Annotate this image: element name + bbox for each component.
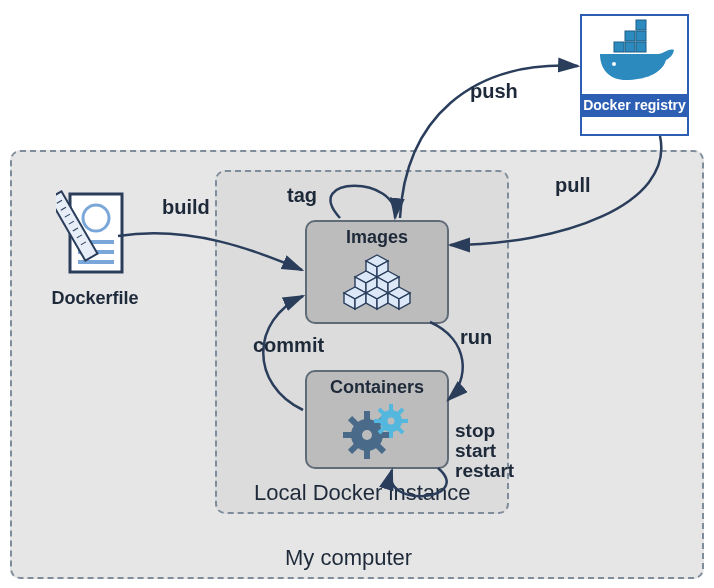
cube-pyramid-icon [332,301,422,318]
svg-rect-43 [389,430,393,438]
svg-rect-45 [374,419,382,423]
my-computer-label: My computer [285,545,412,571]
svg-rect-32 [364,411,370,421]
svg-rect-33 [364,449,370,459]
document-ruler-icon [56,266,134,283]
svg-point-40 [362,430,372,440]
stop-label: stop [455,420,495,442]
svg-rect-51 [614,42,624,52]
pull-label: pull [555,174,591,197]
images-node: Images [305,220,449,324]
svg-rect-42 [389,404,393,412]
dockerfile-node: Dockerfile [35,184,155,309]
local-docker-instance-label: Local Docker instance [254,480,470,506]
svg-rect-44 [400,419,408,423]
svg-rect-53 [636,42,646,52]
commit-label: commit [253,334,324,357]
containers-title: Containers [307,377,447,398]
restart-label: restart [455,460,514,482]
start-label: start [455,440,496,462]
docker-registry-node: Docker registry [580,14,689,136]
docker-whale-icon [590,72,680,89]
push-label: push [470,80,518,103]
dockerfile-label: Dockerfile [35,288,155,309]
images-title: Images [307,227,447,248]
build-label: build [162,196,210,219]
gears-icon [337,445,417,462]
tag-label: tag [287,184,317,207]
docker-registry-label: Docker registry [582,94,687,117]
svg-point-50 [388,418,395,425]
svg-point-57 [612,62,616,66]
svg-rect-52 [625,42,635,52]
diagram-canvas: My computer Local Docker instance [0,0,714,588]
containers-node: Containers [305,370,449,469]
svg-rect-35 [343,432,353,438]
run-label: run [460,326,492,349]
svg-rect-55 [636,31,646,41]
svg-rect-54 [625,31,635,41]
svg-rect-56 [636,20,646,30]
